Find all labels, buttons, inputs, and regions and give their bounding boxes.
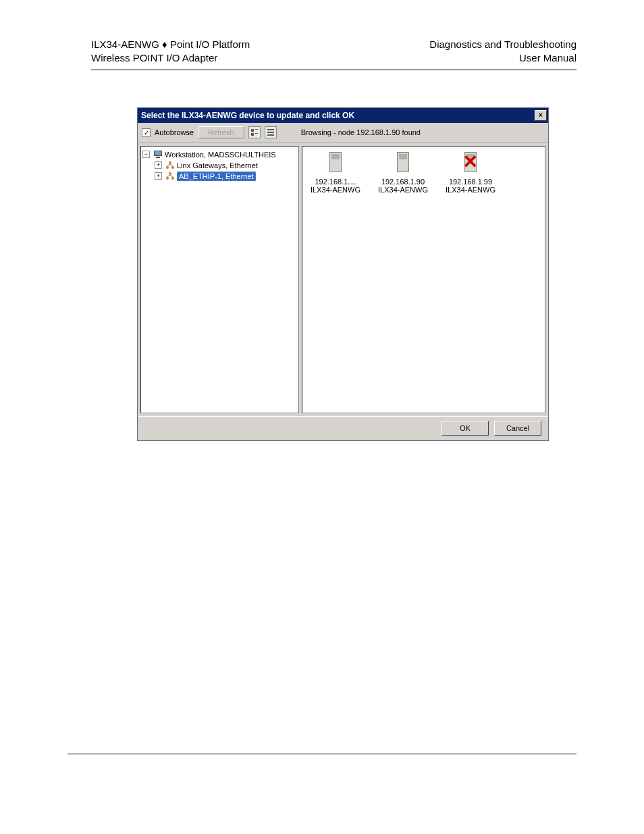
svg-rect-4: [267, 129, 274, 130]
list-view-icon[interactable]: [248, 126, 261, 138]
device-ip: 192.168.1....: [305, 178, 366, 186]
network-icon: [165, 161, 176, 170]
details-view-icon[interactable]: [265, 126, 277, 138]
close-button[interactable]: ×: [535, 110, 547, 121]
close-icon: ×: [539, 111, 543, 119]
tree-item-ethip[interactable]: + AB_ETHIP-1, Ethernet: [142, 171, 297, 182]
device-item[interactable]: 192.168.1.... ILX34-AENWG: [305, 152, 366, 194]
dialog-footer: OK Cancel: [138, 416, 548, 440]
svg-point-13: [169, 172, 171, 175]
svg-point-14: [166, 177, 169, 180]
dialog-titlebar[interactable]: Select the ILX34-AENWG device to update …: [138, 108, 548, 123]
autobrowse-label: Autobrowse: [155, 128, 194, 136]
network-icon: [165, 172, 176, 181]
svg-rect-0: [251, 129, 254, 132]
error-x-icon: ✕: [462, 151, 478, 173]
device-name: ILX34-AENWG: [373, 186, 433, 194]
expand-icon[interactable]: +: [155, 172, 162, 180]
ok-button[interactable]: OK: [441, 421, 489, 436]
header-doc-type: User Manual: [429, 51, 576, 65]
refresh-button: Refresh: [198, 126, 244, 138]
module-error-icon: ✕: [460, 152, 481, 175]
svg-point-10: [169, 161, 171, 164]
header-product-code: ILX34-AENWG: [91, 38, 159, 50]
header-section-title: Diagnostics and Troubleshooting: [429, 38, 576, 51]
tree-root[interactable]: − Workstation, MADSSCHULTHEIS: [142, 149, 297, 160]
header-diamond-separator: ♦: [162, 38, 167, 50]
tree-item-label: Linx Gateways, Ethernet: [177, 161, 258, 170]
device-item[interactable]: ✕ 192.168.1.99 ILX34-AENWG: [440, 152, 501, 194]
checkmark-icon: ✓: [144, 129, 149, 136]
device-name: ILX34-AENWG: [440, 186, 501, 194]
tree-root-label: Workstation, MADSSCHULTHEIS: [165, 151, 276, 159]
svg-rect-1: [255, 129, 258, 130]
browse-status: Browsing - node 192.168.1.90 found: [301, 128, 421, 136]
svg-point-15: [171, 177, 174, 180]
network-tree[interactable]: − Workstation, MADSSCHULTHEIS + Linx Gat…: [140, 146, 299, 413]
device-list[interactable]: 192.168.1.... ILX34-AENWG 192.168.1.90 I…: [302, 146, 545, 413]
device-ip: 192.168.1.90: [373, 178, 433, 186]
svg-point-11: [166, 166, 169, 169]
svg-rect-8: [155, 151, 161, 155]
module-icon: [392, 152, 414, 175]
cancel-button[interactable]: Cancel: [494, 421, 541, 436]
device-ip: 192.168.1.99: [440, 178, 501, 186]
svg-rect-9: [156, 157, 160, 158]
dialog-title: Select the ILX34-AENWG device to update …: [141, 111, 354, 120]
device-name: ILX34-AENWG: [305, 186, 366, 194]
device-item[interactable]: 192.168.1.90 ILX34-AENWG: [373, 152, 433, 194]
tree-item-selected-label: AB_ETHIP-1, Ethernet: [177, 172, 256, 181]
collapse-icon[interactable]: −: [142, 151, 150, 158]
autobrowse-checkbox[interactable]: ✓: [142, 128, 151, 137]
expand-icon[interactable]: +: [155, 161, 162, 169]
svg-rect-2: [251, 133, 254, 136]
tree-item-gateways[interactable]: + Linx Gateways, Ethernet: [142, 160, 297, 171]
svg-point-12: [171, 166, 174, 169]
svg-rect-3: [255, 133, 258, 134]
svg-rect-5: [267, 132, 274, 133]
workstation-icon: [153, 150, 163, 159]
dialog-toolbar: ✓ Autobrowse Refresh Browsing - node 192…: [138, 123, 548, 143]
page-header: ILX34-AENWG ♦ Point I/O Platform Wireles…: [91, 38, 576, 66]
header-rule: [91, 70, 576, 70]
header-subtitle-left: Wireless POINT I/O Adapter: [91, 51, 250, 65]
header-product-name: Point I/O Platform: [170, 38, 250, 50]
device-select-dialog: Select the ILX34-AENWG device to update …: [137, 107, 549, 441]
footer-rule: [68, 754, 576, 754]
module-icon: [325, 152, 346, 175]
svg-rect-6: [267, 134, 274, 136]
